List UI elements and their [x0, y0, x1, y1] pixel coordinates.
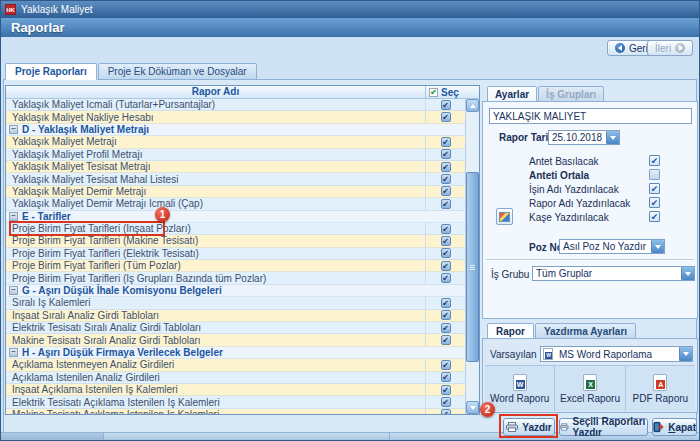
row-label: Makine Tesisatı Açıklama İstenilen İş Ka… [6, 409, 425, 414]
forward-button[interactable]: İleri [647, 40, 693, 56]
table-row[interactable]: Proje Birim Fiyat Tarifleri (Makine Tesi… [6, 235, 465, 247]
tab-proje-raporlari[interactable]: Proje Raporları [5, 63, 97, 80]
collapse-icon[interactable]: − [9, 286, 18, 295]
column-header-rapor-adi[interactable]: Rapor Adı [6, 86, 425, 98]
scrollbar-thumb[interactable] [466, 172, 479, 362]
column-header-sec[interactable]: ✔ Seç [425, 86, 479, 98]
row-select-checkbox[interactable] [441, 236, 451, 246]
settings-checkbox[interactable] [649, 211, 660, 222]
row-select-checkbox[interactable] [441, 397, 451, 407]
collapse-icon[interactable]: − [9, 212, 18, 221]
select-all-checkbox[interactable]: ✔ [429, 88, 438, 97]
row-select-checkbox[interactable] [441, 199, 451, 209]
row-select-checkbox[interactable] [441, 224, 451, 234]
row-select-checkbox[interactable] [441, 174, 451, 184]
row-select-checkbox[interactable] [441, 248, 451, 258]
table-row[interactable]: Yaklaşık Maliyet Demir Metrajı İcmali (Ç… [6, 198, 465, 210]
table-row[interactable]: Yaklaşık Maliyet İcmali (Tutarlar+Pursan… [6, 99, 465, 111]
table-row[interactable]: Proje Birim Fiyat Tarifleri (Elektrik Te… [6, 248, 465, 260]
collapse-icon[interactable]: − [9, 348, 18, 357]
table-row[interactable]: Açıklama İstenmeyen Analiz Girdileri [6, 359, 465, 371]
row-select-checkbox[interactable] [441, 261, 451, 271]
pozno-value: Asıl Poz No Yazdır [560, 241, 651, 252]
table-group-row[interactable]: −H - Aşırı Düşük Firmaya Verilecek Belge… [6, 347, 465, 359]
table-row[interactable]: Makine Tesisatı Sıralı Analiz Girdi Tabl… [6, 334, 465, 346]
row-select-checkbox[interactable] [441, 409, 451, 414]
table-row[interactable]: Yaklaşık Maliyet Profil Metrajı [6, 149, 465, 161]
table-row[interactable]: Sıralı İş Kalemleri [6, 297, 465, 309]
excel-doc-button[interactable]: Excel Raporu [554, 366, 624, 411]
settings-checkbox[interactable] [649, 197, 660, 208]
table-row[interactable]: Proje Birim Fiyat Tarifleri (Tüm Pozlar) [6, 260, 465, 272]
isgrubu-select[interactable]: Tüm Gruplar [532, 266, 695, 281]
tab-yazdirma-ayarlari[interactable]: Yazdırma Ayarları [535, 323, 636, 339]
row-select-checkbox[interactable] [441, 137, 451, 147]
settings-check-label: Rapor Adı Yazdırılacak [529, 198, 630, 209]
default-report-select[interactable]: MS Word Raporlama [540, 346, 693, 362]
table-group-row[interactable]: −D - Yaklaşık Maliyet Metrajı [6, 124, 465, 136]
row-select-checkbox[interactable] [441, 310, 451, 320]
date-picker[interactable]: 25.10.2018 [548, 130, 620, 145]
settings-check-label: Anteti Ortala [529, 170, 589, 181]
tab-proje-ek-dokuman[interactable]: Proje Ek Döküman ve Dosyalar [98, 63, 257, 80]
row-label: Yaklaşık Maliyet Tesisat Metrajı [6, 161, 425, 172]
row-select-cell [425, 297, 465, 308]
row-label: Yaklaşık Maliyet Profil Metrajı [6, 149, 425, 160]
settings-checkbox[interactable] [649, 183, 660, 194]
row-label: Proje Birim Fiyat Tarifleri (Elektrik Te… [6, 248, 425, 259]
pdf-doc-button[interactable]: PDF Raporu [625, 366, 695, 411]
scroll-down-icon[interactable] [466, 401, 479, 414]
row-select-checkbox[interactable] [441, 298, 451, 308]
row-select-checkbox[interactable] [441, 360, 451, 370]
word-doc-button[interactable]: Word Raporu [485, 366, 554, 411]
default-report-dropdown-icon[interactable] [679, 347, 692, 361]
row-select-checkbox[interactable] [441, 149, 451, 159]
table-row[interactable]: Yaklaşık Maliyet Demir Metrajı [6, 186, 465, 198]
settings-check-label: İşin Adı Yazdırılacak [529, 184, 619, 195]
row-select-checkbox[interactable] [441, 100, 451, 110]
printer-icon [560, 422, 569, 432]
date-dropdown-icon[interactable] [606, 131, 619, 144]
table-row[interactable]: İnşaat Açıklama İstenilen İş Kalemleri [6, 384, 465, 396]
table-row[interactable]: Yaklaşık Maliyet Metrajı [6, 136, 465, 148]
window-title: Yaklaşık Maliyet [21, 4, 93, 15]
collapse-icon[interactable]: − [9, 125, 18, 134]
row-select-checkbox[interactable] [441, 335, 451, 345]
row-select-checkbox[interactable] [441, 112, 451, 122]
table-row[interactable]: İnşaat Sıralı Analiz Girdi Tabloları [6, 310, 465, 322]
table-row[interactable]: Elektrik Tesisatı Sıralı Analiz Girdi Ta… [6, 322, 465, 334]
table-group-row[interactable]: −G - Aşırı Düşük İhale Komisyonu Belgele… [6, 285, 465, 297]
table-row[interactable]: Yaklaşık Maliyet Nakliye Hesabı [6, 111, 465, 123]
row-select-checkbox[interactable] [441, 385, 451, 395]
stamp-image-button[interactable] [496, 208, 513, 225]
row-select-checkbox[interactable] [441, 186, 451, 196]
row-select-cell [425, 111, 465, 122]
scroll-up-icon[interactable] [466, 99, 479, 112]
settings-checkbox[interactable] [649, 169, 660, 180]
row-select-checkbox[interactable] [441, 372, 451, 382]
vertical-scrollbar[interactable] [465, 99, 479, 414]
print-selected-button[interactable]: Seçili Raporları Yazdır [559, 418, 648, 436]
table-row[interactable]: Yaklaşık Maliyet Tesisat Metrajı [6, 161, 465, 173]
tab-ayarlar[interactable]: Ayarlar [487, 86, 537, 102]
title-bar: HK Yaklaşık Maliyet [1, 1, 699, 18]
row-select-checkbox[interactable] [441, 162, 451, 172]
table-header: Rapor Adı ✔ Seç [6, 86, 479, 99]
pdf-doc-icon [653, 374, 667, 391]
row-select-checkbox[interactable] [441, 323, 451, 333]
table-row[interactable]: Elektrik Tesisatı Açıklama İstenilen İş … [6, 396, 465, 408]
table-row[interactable]: Makine Tesisatı Açıklama İstenilen İş Ka… [6, 409, 465, 414]
settings-check-label: Antet Basılacak [529, 156, 598, 167]
table-row[interactable]: Proje Birim Fiyat Tarifleri (İş Grupları… [6, 272, 465, 284]
pozno-select[interactable]: Asıl Poz No Yazdır [559, 239, 665, 254]
report-title-input[interactable] [489, 108, 692, 124]
table-row[interactable]: Yaklaşık Maliyet Tesisat Mahal Listesi [6, 173, 465, 185]
row-label: Açıklama İstenilen Analiz Girdileri [6, 372, 425, 383]
isgrubu-dropdown-icon[interactable] [681, 267, 694, 280]
pozno-dropdown-icon[interactable] [651, 240, 664, 253]
table-row[interactable]: Açıklama İstenilen Analiz Girdileri [6, 372, 465, 384]
tab-rapor[interactable]: Rapor [487, 323, 534, 339]
close-button[interactable]: Kapat [652, 418, 697, 436]
row-select-checkbox[interactable] [441, 273, 451, 283]
settings-checkbox[interactable] [649, 155, 660, 166]
